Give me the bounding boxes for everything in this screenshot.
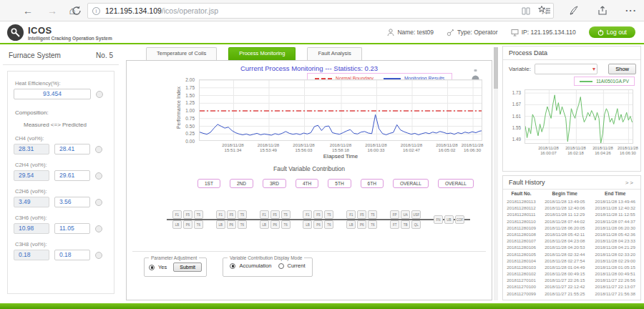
variable-chip[interactable]: F1 [346,210,356,219]
gas-info-icon[interactable] [95,199,102,206]
gas-predicted-input[interactable]: 29.61 [54,170,90,181]
variable-chip[interactable]: T5 [194,210,203,219]
fault-history-row[interactable]: 201811280102 2018/11/28 00:49:15 2018/11… [503,270,640,277]
browser-menu-icon[interactable]: ··· [625,3,637,19]
variable-chip[interactable]: TB [401,220,410,229]
variable-chip[interactable]: FT [390,220,399,229]
variable-chip[interactable]: P6 [313,220,323,229]
fault-history-row[interactable]: 201811280109 2018/11/28 06:20:05 2018/11… [503,225,640,231]
variable-chip[interactable]: F5 [227,210,236,219]
fault-order-button[interactable]: OVERALL [438,179,474,188]
variable-chip[interactable]: P6 [357,220,366,229]
logout-button[interactable]: Log out [589,26,635,38]
variable-chip[interactable]: T6 [281,220,291,229]
variable-chip[interactable]: LB [260,220,269,229]
heat-efficiency-input[interactable]: 93.454 [14,89,91,99]
variable-chip[interactable]: USF [411,210,421,219]
fault-history-row[interactable]: 201811280111 2018/11/28 11:12:29 2018/11… [503,211,640,217]
fault-order-button[interactable]: 2ND [230,179,253,188]
variable-select[interactable]: ▾ [535,64,597,74]
address-bar[interactable]: i 121.195.134.109/icos/operator.jsp ☆ [87,3,554,19]
param-yes-radio[interactable] [149,265,155,270]
current-radio[interactable] [278,263,284,269]
variable-chip[interactable]: UA [401,210,410,219]
main-tab[interactable]: Temperature of Coils [146,47,217,60]
forward-icon[interactable]: → [44,3,60,19]
fault-history-row[interactable]: 201811270101 2018/11/27 22:26:15 2018/11… [503,277,640,283]
gas-info-icon[interactable] [95,172,102,180]
gas-info-icon[interactable] [95,252,102,259]
variable-chip[interactable]: FN [434,215,443,224]
url-text[interactable]: 121.195.134.109/icos/operator.jsp [105,6,218,15]
col-begin-time: Begin Time [540,190,590,198]
site-info-icon[interactable]: i [92,7,100,15]
fault-order-button[interactable]: 5TH [328,179,351,188]
fault-order-button[interactable]: OVERALL [393,179,429,188]
main-scrollbar-thumb[interactable] [494,47,498,89]
fault-history-row[interactable]: 201811280108 2018/11/28 05:42:11 2018/11… [503,231,640,237]
variable-chip[interactable]: T6 [238,220,247,229]
variable-chip[interactable]: T6 [368,220,377,229]
fault-history-row[interactable]: 201811280112 2018/11/28 12:40:06 2018/11… [503,205,640,211]
favorites-bar-icon[interactable] [538,5,551,16]
fault-order-button[interactable]: 6TH [361,179,384,188]
variable-chip[interactable]: FP [390,210,399,219]
fault-history-row[interactable]: 201811280105 2018/11/28 02:32:44 2018/11… [503,251,640,258]
main-tab[interactable]: Fault Analysis [307,47,361,60]
gas-predicted-input[interactable]: 11.05 [54,223,90,234]
variable-chip[interactable]: F1 [303,210,312,219]
variable-chip[interactable]: T5 [368,210,377,219]
variable-chip[interactable]: COF [455,215,464,224]
fault-order-button[interactable]: 4TH [296,179,318,188]
variable-chip[interactable]: T6 [324,220,333,229]
fault-history-row[interactable]: 201811280104 2018/11/28 02:27:54 2018/11… [503,258,640,264]
variable-chip[interactable]: QL [411,220,421,229]
variable-chip[interactable]: P6 [270,220,280,229]
main-scrollbar[interactable] [494,47,498,300]
variable-chip[interactable]: P6 [227,220,236,229]
variable-chip[interactable]: F5 [270,210,280,219]
fault-history-row[interactable]: 201811280113 2018/11/28 13:49:05 2018/11… [503,198,640,205]
variable-chip[interactable]: F5 [313,210,323,219]
variable-chip[interactable]: LB [172,220,182,229]
fault-order-button[interactable]: 3RD [263,179,286,188]
variable-chip[interactable]: P6 [183,220,192,229]
variable-chip[interactable]: F1 [172,210,182,219]
main-tab[interactable]: Process Monitoring [228,47,296,60]
fault-history-row[interactable]: 201811280107 2018/11/28 04:23:08 2018/11… [503,237,640,244]
process-data-legend: 11AI0501GA.PV [574,77,635,86]
variable-chip[interactable]: F5 [357,210,366,219]
home-icon[interactable]: ⌂ [64,3,80,19]
variable-chip[interactable]: T5 [324,210,333,219]
variable-chip[interactable]: F1 [260,210,269,219]
fault-history-row[interactable]: 201811280103 2018/11/28 01:04:49 2018/11… [503,264,640,270]
gas-predicted-input[interactable]: 3.56 [54,197,90,207]
annotate-pen-icon[interactable] [568,5,580,16]
gas-info-icon[interactable] [95,225,102,232]
fault-history-row[interactable]: 201811280110 2018/11/28 07:44:02 2018/11… [503,218,640,225]
fault-order-button[interactable]: 1ST [197,179,220,188]
fault-history-row[interactable]: 201811270100 2018/11/27 22:12:42 2018/11… [503,283,640,290]
variable-chip[interactable]: LB [303,220,312,229]
accumulation-radio[interactable] [230,263,235,269]
gas-predicted-input[interactable]: 0.18 [54,250,90,260]
variable-chip[interactable]: F5 [183,210,192,219]
submit-button[interactable]: Submit [173,263,202,272]
variable-chip[interactable]: T5 [238,210,247,219]
variable-chip[interactable]: T5 [281,210,291,219]
gas-info-icon[interactable] [95,146,102,153]
share-icon[interactable] [597,5,608,16]
variable-chip[interactable]: LB [216,220,225,229]
variable-chip[interactable]: UB [444,215,454,224]
fault-history-row[interactable]: 201811270099 2018/11/27 21:55:25 2018/11… [503,290,640,297]
reading-view-icon[interactable] [521,6,531,16]
show-button[interactable]: Show [608,64,636,74]
variable-chip[interactable]: T6 [194,220,203,229]
variable-chip[interactable]: LB [346,220,356,229]
gas-predicted-input[interactable]: 28.41 [54,144,90,154]
fault-history-row[interactable]: 201811280106 2018/11/28 04:20:53 2018/11… [503,244,640,250]
heat-efficiency-info-icon[interactable] [96,91,103,98]
back-icon[interactable]: ← [20,3,36,19]
variable-chip[interactable]: F1 [216,210,225,219]
fault-history-more-link[interactable]: >> [625,180,635,186]
